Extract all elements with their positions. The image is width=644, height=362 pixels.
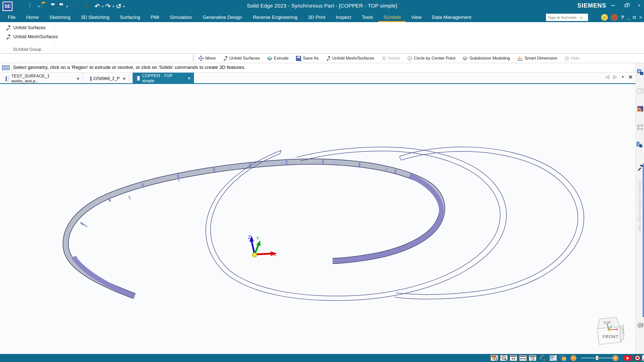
ribbon-panel: 1 Unfold Surfaces 2 Unfold Mesh/Surfaces…	[0, 22, 644, 54]
tab-sunfold[interactable]: SUnfold	[378, 13, 406, 22]
feedback-happy-icon[interactable]: ☺	[601, 14, 608, 21]
doc-tab-copper-active[interactable]: COPPER - TOP simple ×	[133, 73, 194, 84]
restore-button[interactable]	[623, 4, 629, 7]
svg-text:2: 2	[9, 37, 11, 39]
tab-file[interactable]: File	[3, 13, 21, 22]
library-help-icon[interactable]: ?	[637, 88, 643, 93]
tool-search-box[interactable]: ⌕	[546, 14, 588, 21]
relationships-icon[interactable]	[637, 124, 644, 131]
doc-tab-test-surface[interactable]: TEST_SURFACE_1 works_test.p... ×	[2, 73, 83, 84]
spiral-wireframe[interactable]	[206, 147, 506, 301]
spiral-surface-facets-2	[86, 163, 413, 226]
move-button[interactable]: Move	[198, 56, 216, 61]
zoom-slider-handle[interactable]	[596, 355, 598, 360]
view-styles-icon[interactable]	[549, 355, 557, 361]
tab-strip-controls: ◁ ▷ ▼ ×	[606, 74, 632, 80]
window-arrange-icon[interactable]	[559, 355, 567, 361]
tab-3d-sketching[interactable]: 3D Sketching	[76, 13, 115, 22]
doc-tab-label: COPPER - TOP simple	[142, 73, 185, 83]
tab-reverse-engineering[interactable]: Reverse Engineering	[248, 13, 303, 22]
tab-sketching[interactable]: Sketching	[44, 13, 75, 22]
gear-icon[interactable]	[637, 322, 644, 329]
share-icon[interactable]	[642, 355, 644, 361]
doc-restore-button[interactable]	[633, 15, 636, 20]
tab-3d-print[interactable]: 3D Print	[303, 13, 331, 22]
rotate-view-icon[interactable]	[529, 355, 536, 361]
tab-inspect[interactable]: Inspect	[331, 13, 356, 22]
circle-center-icon	[407, 56, 412, 61]
doc-tab-close-icon[interactable]: ×	[77, 76, 79, 81]
doc-tab-close-icon[interactable]: ×	[123, 76, 126, 81]
unfold-mesh-surfaces-label: Unfold Mesh/Surfaces	[13, 34, 58, 39]
delete-label: Delete	[388, 56, 400, 61]
zoom-tool-icon[interactable]	[500, 355, 508, 361]
color-manager-icon[interactable]	[636, 105, 643, 112]
window-title: Solid Edge 2023 - Synchronous Part - [CO…	[0, 0, 644, 13]
spiral-surface-purple-right	[333, 175, 441, 261]
layers-icon[interactable]	[636, 142, 643, 149]
spiral-surface[interactable]	[66, 162, 442, 296]
triad-z-label: Z	[248, 235, 251, 240]
tab-surfacing[interactable]: Surfacing	[115, 13, 145, 22]
doc-tab-2256968[interactable]: 2256968_2_P ×	[87, 73, 129, 84]
unfold-surfaces-button[interactable]: 1 Unfold Surfaces	[4, 24, 48, 31]
spiral-wireframe-outer[interactable]	[394, 147, 584, 299]
circle-by-center-point-button[interactable]: Circle by Center Point	[407, 56, 455, 61]
unfold-mesh-surfaces-tool-button[interactable]: 2 Unfold Mesh/Surfaces	[326, 56, 374, 61]
zoom-area-icon[interactable]	[491, 355, 498, 361]
tab-close-icon[interactable]: ×	[629, 74, 632, 79]
close-button[interactable]: ×	[636, 3, 642, 8]
record-button[interactable]	[634, 355, 640, 361]
menubar-right-controls: ☺ ☹ ? _ ×	[601, 14, 642, 21]
save-as-button[interactable]: Save As	[296, 55, 318, 62]
tab-simulation[interactable]: Simulation	[165, 13, 197, 22]
unfold-surfaces-tool-button[interactable]: 1 Unfold Surfaces	[223, 56, 260, 61]
pathfinder-icon[interactable]	[636, 69, 643, 76]
view-cube[interactable]: TOP FRONT RIGHT	[597, 317, 625, 344]
help-button[interactable]: ?	[621, 14, 624, 20]
tab-list-dropdown-icon[interactable]: ▼	[621, 75, 624, 79]
save-as-label: Save As	[303, 56, 318, 61]
fit-view-icon[interactable]	[510, 355, 517, 361]
tab-scroll-left-icon[interactable]: ◁	[606, 74, 609, 80]
subdivision-modeling-button[interactable]: Subdivision Modeling	[462, 56, 510, 61]
pan-icon[interactable]	[519, 355, 527, 361]
extrude-button[interactable]: Extrude	[267, 56, 289, 61]
tab-data-management[interactable]: Data Management	[427, 13, 476, 22]
search-icon: ⌕	[580, 15, 583, 20]
doc-close-button[interactable]: ×	[639, 15, 642, 20]
feedback-sad-icon[interactable]: ☹	[611, 14, 618, 21]
tab-view[interactable]: View	[406, 13, 427, 22]
zoom-in-button[interactable]: +	[613, 355, 618, 361]
previous-view-icon[interactable]	[539, 355, 547, 361]
circle-by-center-point-label: Circle by Center Point	[414, 56, 455, 61]
doc-tab-close-icon[interactable]: ×	[188, 76, 190, 81]
subdivision-cube-icon	[462, 56, 468, 61]
document-icon	[136, 76, 140, 81]
prompt-message: Select geometry, click on a 'Region' to …	[13, 65, 245, 70]
command-toolbar: Move 1 Unfold Surfaces Extrude Save As	[0, 54, 644, 63]
play-button[interactable]	[623, 355, 632, 361]
tab-home[interactable]: Home	[21, 13, 44, 22]
viewport-canvas[interactable]: Z Y X TOP FRONT RIGHT	[0, 84, 635, 354]
delete-icon	[381, 56, 386, 61]
minimize-button[interactable]	[610, 5, 616, 6]
tab-generative-design[interactable]: Generative Design	[197, 13, 248, 22]
unfold-hammer-icon: 1	[6, 25, 11, 30]
prompt-icon	[2, 65, 10, 70]
window-controls: ×	[610, 0, 642, 11]
document-tab-strip: TEST_SURFACE_1 works_test.p... × 2256968…	[0, 73, 644, 84]
unfold-mesh-hammer-icon: 2	[6, 34, 11, 39]
smart-dimension-button[interactable]: Smart Dimension	[517, 56, 557, 61]
search-input[interactable]	[546, 15, 580, 20]
move-label: Move	[205, 56, 216, 61]
spiral-surface-outline[interactable]	[66, 162, 442, 296]
spiral-surface-purple-left	[73, 257, 135, 296]
toolbar-grip-handle[interactable]	[193, 56, 194, 62]
unfold-mesh-surfaces-button[interactable]: 2 Unfold Mesh/Surfaces	[4, 33, 60, 40]
tab-pmi[interactable]: PMI	[145, 13, 165, 22]
zoom-out-button[interactable]: −	[571, 355, 576, 361]
doc-minimize-button[interactable]: _	[627, 15, 630, 20]
tab-scroll-right-icon[interactable]: ▷	[613, 74, 617, 80]
tab-tools[interactable]: Tools	[356, 13, 378, 22]
